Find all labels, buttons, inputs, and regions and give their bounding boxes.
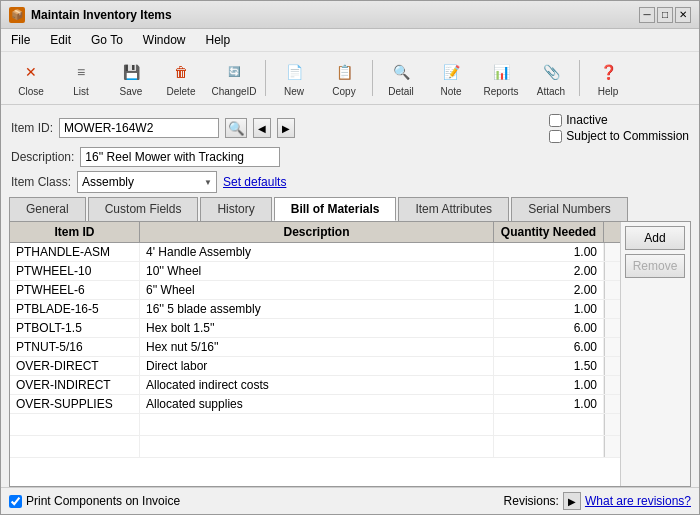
copy-button[interactable]: 📋 Copy xyxy=(320,56,368,100)
tab-general[interactable]: General xyxy=(9,197,86,221)
tab-history[interactable]: History xyxy=(200,197,271,221)
add-button[interactable]: Add xyxy=(625,226,685,250)
item-id-row: Item ID: 🔍 ◀ ▶ Inactive Subject to Commi… xyxy=(11,113,689,143)
delete-button[interactable]: 🗑 Delete xyxy=(157,56,205,100)
close-label: Close xyxy=(18,86,44,97)
item-id-search-button[interactable]: 🔍 xyxy=(225,118,247,138)
item-class-combo[interactable]: Assembly ▼ xyxy=(77,171,217,193)
attach-button[interactable]: 📎 Attach xyxy=(527,56,575,100)
changeid-button[interactable]: 🔄 ChangeID xyxy=(207,56,261,100)
revisions-nav-button[interactable]: ▶ xyxy=(563,492,581,510)
menu-help[interactable]: Help xyxy=(200,31,237,49)
new-button[interactable]: 📄 New xyxy=(270,56,318,100)
cell-item-id: PTWHEEL-10 xyxy=(10,262,140,280)
menu-edit[interactable]: Edit xyxy=(44,31,77,49)
list-label: List xyxy=(73,86,89,97)
cell-quantity: 2.00 xyxy=(494,262,604,280)
print-cb-row: Print Components on Invoice xyxy=(9,494,180,508)
checkboxes-area: Inactive Subject to Commission xyxy=(549,113,689,143)
note-label: Note xyxy=(440,86,461,97)
what-are-revisions-link[interactable]: What are revisions? xyxy=(585,494,691,508)
detail-icon: 🔍 xyxy=(389,60,413,84)
title-controls: ─ □ ✕ xyxy=(639,7,691,23)
window-title: Maintain Inventory Items xyxy=(31,8,172,22)
save-button[interactable]: 💾 Save xyxy=(107,56,155,100)
table-row-empty xyxy=(10,414,620,436)
table-row[interactable]: OVER-INDIRECT Allocated indirect costs 1… xyxy=(10,376,620,395)
title-bar: 📦 Maintain Inventory Items ─ □ ✕ xyxy=(1,1,699,29)
table-row[interactable]: PTHANDLE-ASM 4' Handle Assembly 1.00 xyxy=(10,243,620,262)
app-icon: 📦 xyxy=(9,7,25,23)
cell-item-id: PTHANDLE-ASM xyxy=(10,243,140,261)
item-id-prev-button[interactable]: ◀ xyxy=(253,118,271,138)
table-body: PTHANDLE-ASM 4' Handle Assembly 1.00 PTW… xyxy=(10,243,620,486)
item-class-label: Item Class: xyxy=(11,175,71,189)
inactive-row: Inactive xyxy=(549,113,689,127)
separator-1 xyxy=(265,60,266,96)
table-row-empty xyxy=(10,436,620,458)
detail-button[interactable]: 🔍 Detail xyxy=(377,56,425,100)
cell-quantity: 1.00 xyxy=(494,243,604,261)
inactive-label: Inactive xyxy=(566,113,607,127)
reports-label: Reports xyxy=(483,86,518,97)
help-button[interactable]: ❓ Help xyxy=(584,56,632,100)
set-defaults-link[interactable]: Set defaults xyxy=(223,175,286,189)
item-class-row: Item Class: Assembly ▼ Set defaults xyxy=(11,171,689,193)
inactive-checkbox[interactable] xyxy=(549,114,562,127)
item-id-next-button[interactable]: ▶ xyxy=(277,118,295,138)
tab-bill-of-materials[interactable]: Bill of Materials xyxy=(274,197,397,221)
bottom-bar: Print Components on Invoice Revisions: ▶… xyxy=(1,487,699,514)
delete-label: Delete xyxy=(167,86,196,97)
menu-file[interactable]: File xyxy=(5,31,36,49)
toolbar: ✕ Close ≡ List 💾 Save 🗑 Delete 🔄 ChangeI… xyxy=(1,52,699,105)
help-label: Help xyxy=(598,86,619,97)
new-icon: 📄 xyxy=(282,60,306,84)
table-row[interactable]: PTWHEEL-10 10'' Wheel 2.00 xyxy=(10,262,620,281)
menu-goto[interactable]: Go To xyxy=(85,31,129,49)
title-bar-left: 📦 Maintain Inventory Items xyxy=(9,7,172,23)
list-button[interactable]: ≡ List xyxy=(57,56,105,100)
cell-item-id: OVER-INDIRECT xyxy=(10,376,140,394)
close-window-button[interactable]: ✕ xyxy=(675,7,691,23)
table-main: Item ID Description Quantity Needed PTHA… xyxy=(10,222,620,486)
close-button[interactable]: ✕ Close xyxy=(7,56,55,100)
tab-custom-fields[interactable]: Custom Fields xyxy=(88,197,199,221)
cell-item-id: OVER-DIRECT xyxy=(10,357,140,375)
item-id-label: Item ID: xyxy=(11,121,53,135)
cell-quantity: 1.50 xyxy=(494,357,604,375)
remove-button[interactable]: Remove xyxy=(625,254,685,278)
cell-quantity: 2.00 xyxy=(494,281,604,299)
detail-label: Detail xyxy=(388,86,414,97)
table-row[interactable]: PTBLADE-16-5 16'' 5 blade assembly 1.00 xyxy=(10,300,620,319)
reports-button[interactable]: 📊 Reports xyxy=(477,56,525,100)
note-button[interactable]: 📝 Note xyxy=(427,56,475,100)
content-area: Item ID Description Quantity Needed PTHA… xyxy=(9,221,691,487)
maximize-button[interactable]: □ xyxy=(657,7,673,23)
table-row[interactable]: OVER-DIRECT Direct labor 1.50 xyxy=(10,357,620,376)
print-components-checkbox[interactable] xyxy=(9,495,22,508)
header-item-id: Item ID xyxy=(10,222,140,242)
subject-commission-row: Subject to Commission xyxy=(549,129,689,143)
table-row[interactable]: PTBOLT-1.5 Hex bolt 1.5'' 6.00 xyxy=(10,319,620,338)
subject-commission-checkbox[interactable] xyxy=(549,130,562,143)
description-input[interactable] xyxy=(80,147,280,167)
table-header: Item ID Description Quantity Needed xyxy=(10,222,620,243)
revisions-row: Revisions: ▶ What are revisions? xyxy=(504,492,691,510)
cell-item-id: PTBOLT-1.5 xyxy=(10,319,140,337)
tab-item-attributes[interactable]: Item Attributes xyxy=(398,197,509,221)
tab-serial-numbers[interactable]: Serial Numbers xyxy=(511,197,628,221)
print-components-label: Print Components on Invoice xyxy=(26,494,180,508)
cell-description: 16'' 5 blade assembly xyxy=(140,300,494,318)
cell-description: Hex bolt 1.5'' xyxy=(140,319,494,337)
item-id-input[interactable] xyxy=(59,118,219,138)
table-row[interactable]: OVER-SUPPLIES Allocated supplies 1.00 xyxy=(10,395,620,414)
cell-description: Direct labor xyxy=(140,357,494,375)
separator-3 xyxy=(579,60,580,96)
copy-icon: 📋 xyxy=(332,60,356,84)
save-icon: 💾 xyxy=(119,60,143,84)
minimize-button[interactable]: ─ xyxy=(639,7,655,23)
table-row[interactable]: PTNUT-5/16 Hex nut 5/16'' 6.00 xyxy=(10,338,620,357)
item-class-value: Assembly xyxy=(82,175,134,189)
menu-window[interactable]: Window xyxy=(137,31,192,49)
table-row[interactable]: PTWHEEL-6 6'' Wheel 2.00 xyxy=(10,281,620,300)
